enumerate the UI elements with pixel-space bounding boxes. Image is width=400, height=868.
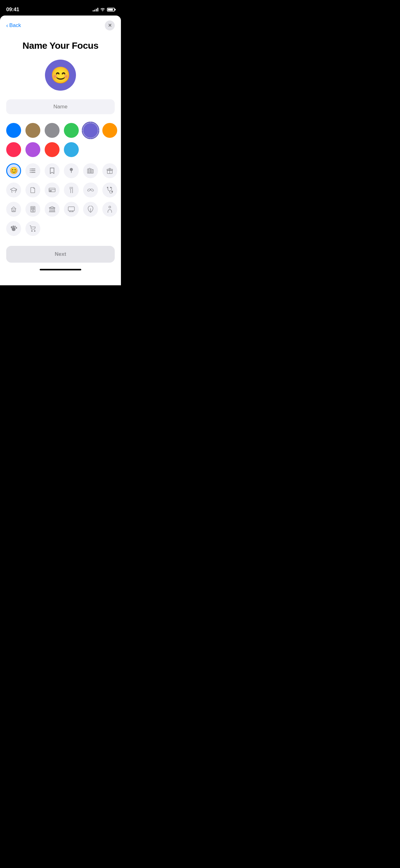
close-icon: ✕ — [108, 23, 112, 28]
icon-document[interactable] — [26, 183, 40, 197]
color-teal[interactable] — [64, 142, 79, 157]
back-label: Back — [9, 22, 21, 29]
back-button[interactable]: ‹ Back — [6, 22, 21, 29]
svg-point-24 — [112, 191, 113, 192]
icon-cart[interactable] — [26, 221, 40, 236]
color-blue[interactable] — [6, 123, 21, 138]
svg-point-52 — [16, 227, 17, 229]
svg-rect-43 — [68, 207, 74, 211]
color-lavender[interactable] — [26, 142, 40, 157]
svg-rect-29 — [31, 207, 35, 212]
svg-rect-34 — [32, 211, 34, 212]
icon-books[interactable] — [83, 163, 98, 178]
icon-pin[interactable] — [64, 163, 79, 178]
color-red[interactable] — [45, 142, 60, 157]
svg-point-53 — [32, 231, 33, 231]
icon-list[interactable] — [26, 163, 40, 178]
svg-rect-32 — [32, 209, 33, 210]
color-green[interactable] — [64, 123, 79, 138]
color-purple[interactable] — [83, 123, 98, 138]
icon-graduation[interactable] — [6, 183, 21, 197]
svg-rect-31 — [33, 207, 34, 208]
name-input-wrapper[interactable] — [6, 99, 115, 114]
signal-icon — [93, 8, 98, 11]
status-icons — [93, 7, 115, 12]
svg-rect-30 — [32, 207, 33, 208]
svg-point-50 — [13, 226, 14, 227]
svg-rect-8 — [88, 169, 89, 173]
svg-point-48 — [109, 206, 111, 208]
content-area: ‹ Back ✕ Name Your Focus 😊 😊 Next — [0, 16, 121, 285]
icon-building[interactable] — [26, 202, 40, 217]
svg-point-54 — [34, 231, 35, 231]
color-gray[interactable] — [45, 123, 60, 138]
icon-leaf[interactable] — [83, 202, 98, 217]
icon-bookmark[interactable] — [45, 163, 60, 178]
focus-icon-container: 😊 — [0, 60, 121, 91]
icon-person[interactable] — [102, 202, 117, 217]
color-orange[interactable] — [102, 123, 117, 138]
svg-point-25 — [107, 187, 108, 188]
icon-pills[interactable] — [83, 183, 98, 197]
back-chevron-icon: ‹ — [6, 22, 8, 29]
focus-icon-circle[interactable]: 😊 — [45, 60, 76, 91]
svg-point-23 — [90, 188, 94, 191]
icon-fork[interactable] — [64, 183, 79, 197]
svg-rect-28 — [13, 211, 14, 212]
svg-point-6 — [70, 168, 73, 171]
close-button[interactable]: ✕ — [105, 21, 115, 30]
page-title: Name Your Focus — [0, 33, 121, 60]
icon-paw[interactable] — [6, 221, 21, 236]
name-input[interactable] — [11, 104, 110, 110]
svg-rect-11 — [92, 169, 93, 173]
svg-rect-9 — [89, 168, 90, 173]
status-time: 09:41 — [6, 6, 19, 13]
svg-point-26 — [110, 187, 111, 188]
color-brown[interactable] — [26, 123, 40, 138]
svg-rect-2 — [31, 172, 35, 173]
nav-bar: ‹ Back ✕ — [0, 16, 121, 33]
battery-icon — [107, 8, 115, 11]
focus-emoji-icon: 😊 — [51, 66, 71, 85]
svg-point-5 — [30, 172, 31, 173]
svg-rect-1 — [31, 170, 35, 172]
svg-marker-14 — [10, 188, 17, 191]
wifi-icon — [100, 7, 105, 12]
svg-point-51 — [14, 226, 16, 227]
icon-stethoscope[interactable] — [102, 183, 117, 197]
icons-grid: 😊 — [0, 163, 121, 239]
icon-emoji[interactable]: 😊 — [6, 163, 21, 178]
colors-grid — [0, 123, 121, 163]
svg-rect-33 — [33, 209, 34, 210]
color-pink[interactable] — [6, 142, 21, 157]
icon-creditcard[interactable] — [45, 183, 60, 197]
svg-rect-7 — [71, 171, 72, 173]
icon-bank[interactable] — [45, 202, 60, 217]
svg-rect-18 — [49, 191, 52, 191]
svg-point-4 — [30, 170, 31, 171]
status-bar: 09:41 — [0, 0, 121, 16]
home-indicator — [40, 269, 81, 270]
svg-point-3 — [30, 168, 31, 169]
icon-house[interactable] — [6, 202, 21, 217]
icon-monitor[interactable] — [64, 202, 79, 217]
next-button[interactable]: Next — [6, 246, 115, 262]
svg-rect-0 — [31, 168, 35, 169]
phone-frame: 09:41 ‹ Back — [0, 0, 121, 285]
svg-point-22 — [87, 188, 91, 191]
svg-rect-10 — [91, 169, 92, 173]
icon-gift[interactable] — [102, 163, 117, 178]
